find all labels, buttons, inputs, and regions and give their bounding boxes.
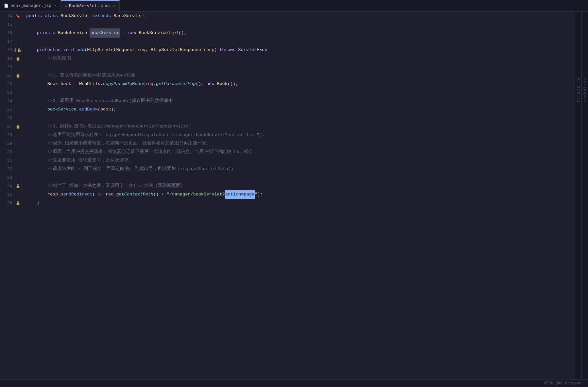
tab-book-manager-jsp[interactable]: 📄 book_manager.jsp × xyxy=(0,0,61,12)
dot-35: . xyxy=(58,190,61,199)
webutils-22: WebUtils xyxy=(79,80,100,88)
code-area: 14 🔖 15 16 17 xyxy=(0,12,588,379)
line-num-18: 18 xyxy=(0,48,15,53)
indent-30 xyxy=(26,148,47,156)
line-num-33: 33 xyxy=(0,175,15,180)
space-35 xyxy=(103,190,106,199)
httpservletrequest-18: HttpServletRequest xyxy=(87,46,137,54)
tab-label-book-manager: book_manager.jsp xyxy=(10,3,51,8)
code-line-36: } xyxy=(26,199,575,207)
status-bar: CSDN @KK·Greyson xyxy=(0,379,588,387)
book-type-22: Book xyxy=(47,80,61,88)
code-content[interactable]: public class BookServlet extends BaseSer… xyxy=(23,12,575,379)
line-29-row: 29 xyxy=(0,139,23,148)
line-31-row: 31 xyxy=(0,156,23,165)
lock-icon-36: 🔒 xyxy=(15,201,21,205)
comment-24: //2、调用用 BookService.addBook()保存图书到数据库中 xyxy=(47,97,173,105)
indent-32 xyxy=(26,165,47,173)
line-num-34: 34 xyxy=(0,184,15,189)
parens2-22: (), xyxy=(196,80,206,88)
indent-29 xyxy=(26,139,47,148)
line-33-row: 33 xyxy=(0,173,23,182)
code-line-33 xyxy=(26,173,575,182)
code-line-20 xyxy=(26,63,575,71)
comment-32: //请求转发的 / 到工程名，而重定向的/ 到端口号，所以要加上req.getC… xyxy=(47,165,233,173)
line-num-16: 16 xyxy=(0,31,15,36)
indent-21 xyxy=(26,71,47,80)
book-var-22: book xyxy=(61,80,71,88)
credit-text: CSDN @KK·Greyson xyxy=(544,381,581,386)
tab-bookservlet-java[interactable]: ☕ BookServlet.java × xyxy=(61,0,119,12)
httpservletresponse-18: HttpServletResponse xyxy=(151,46,204,54)
indent-28 xyxy=(26,131,47,139)
paren-22: ( xyxy=(143,80,146,88)
line-num-14: 14 xyxy=(0,14,15,19)
line-19-row: 19 🔒 xyxy=(0,54,23,63)
code-line-27: //3、跳转到图书列表页面(/manager/bookServlet?actio… xyxy=(26,122,575,131)
line-num-31: 31 xyxy=(0,158,15,163)
fn-add-18: add xyxy=(77,46,84,54)
line-gutter: 14 🔖 15 16 17 xyxy=(0,12,23,379)
line-30-row: 30 xyxy=(0,148,23,156)
paren-25: ( xyxy=(98,105,100,114)
str-end-35: " xyxy=(255,190,257,199)
tab-close-book-manager[interactable]: × xyxy=(55,4,57,8)
kw-private-16: private xyxy=(37,29,58,37)
classname-14: BookServlet xyxy=(61,12,92,20)
line-14-row: 14 🔖 xyxy=(0,12,23,20)
line-34-row: 34 🔒 xyxy=(0,182,23,190)
line-25-row: 25 xyxy=(0,105,23,114)
line-num-23: 23 xyxy=(0,90,15,95)
line-num-29: 29 xyxy=(0,141,15,146)
lock-icon-27: 🔒 xyxy=(15,125,21,129)
parens-16: (); xyxy=(179,29,186,37)
kw-new-16: new xyxy=(128,29,139,37)
line-numbers: 14 🔖 15 16 17 xyxy=(0,12,23,207)
line-17-row: 17 xyxy=(0,37,23,46)
code-line-18: protected void add(HttpServletRequest re… xyxy=(26,46,575,54)
line-num-15: 15 xyxy=(0,22,15,27)
str-path-35: "/manager/bookServlet? xyxy=(166,190,225,199)
basservlet-14: BaseServlet xyxy=(113,12,143,20)
code-line-15 xyxy=(26,20,575,29)
code-line-32: //请求转发的 / 到工程名，而重定向的/ 到端口号，所以要加上req.getC… xyxy=(26,165,575,173)
indent-18 xyxy=(26,46,37,54)
throws-kw-18: throws xyxy=(219,46,238,54)
line-28-row: 28 xyxy=(0,131,23,139)
code-line-22: Book book = WebUtils.copyParamToBean(req… xyxy=(26,80,575,88)
line-num-36: 36 xyxy=(0,201,15,206)
copyparamtobean-22: copyParamToBean xyxy=(103,80,143,88)
line-21-row: 21 🔒 xyxy=(0,71,23,80)
comment-21: //1、获取请求的参数==封装成为Book对象 xyxy=(47,71,135,80)
indent-36 xyxy=(26,199,37,207)
lock-icon-18: 🔒 xyxy=(17,48,22,52)
line-num-28: 28 xyxy=(0,133,15,138)
keyword-public-14: public xyxy=(26,12,45,20)
comment-30: //原因：当用户提交完请求，浏览器会记录下最后一次请求的全部信息。当用户按下功能… xyxy=(47,148,253,156)
line-num-35: 35 xyxy=(0,192,15,197)
book-new-22: Book xyxy=(217,80,227,88)
bookservice-var-16: bookService xyxy=(90,28,120,38)
line-32-row: 32 xyxy=(0,165,23,173)
cursor-text-35: action=page xyxy=(225,190,255,199)
lock-icon-19: 🔒 xyxy=(15,57,21,61)
line-36-row: 36 🔒 xyxy=(0,199,23,207)
code-line-21: //1、获取请求的参数==封装成为Book对象 xyxy=(26,71,575,80)
indent-27 xyxy=(26,122,47,131)
line-26-row: 26 xyxy=(0,114,23,122)
dot-25: . xyxy=(77,105,79,114)
line-num-30: 30 xyxy=(0,150,15,155)
line-23-row: 23 xyxy=(0,88,23,97)
indent-19 xyxy=(26,54,47,63)
code-line-14: public class BookServlet extends BaseSer… xyxy=(26,12,575,20)
tab-close-bookservlet[interactable]: × xyxy=(113,4,115,8)
sendredirect-35: sendRedirect xyxy=(61,190,92,199)
jsp-file-icon: 📄 xyxy=(4,4,9,8)
comment-34: //相当于 增加一本书之后，又调用了一次list方法（即刷新页面） xyxy=(47,182,185,190)
comment-19: //添加图书 xyxy=(47,54,71,63)
bookservice-var-25: bookService xyxy=(47,105,77,114)
indent-31 xyxy=(26,156,47,165)
param-resp-18: resp xyxy=(204,46,214,54)
code-line-28: //这里不能使用请求转发：req.getRequestDispatcher("/… xyxy=(26,131,575,139)
dot2-35: . xyxy=(113,190,116,199)
